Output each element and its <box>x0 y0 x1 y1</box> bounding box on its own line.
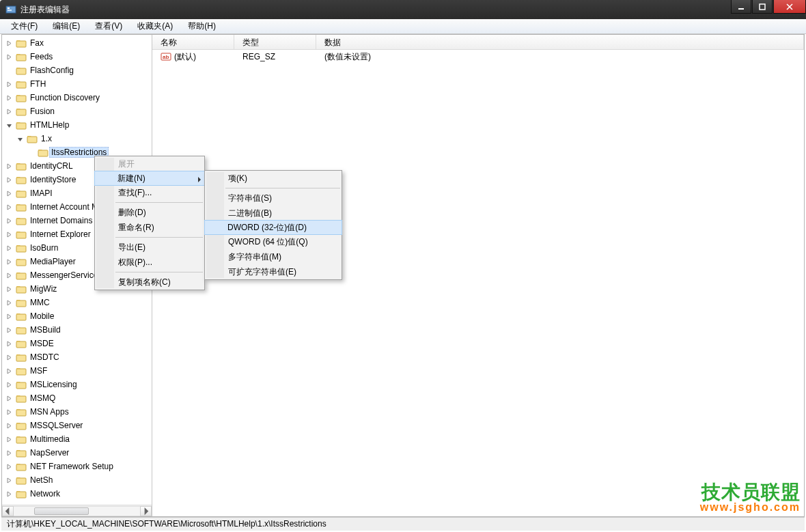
tree-item-mmc[interactable]: MMC <box>2 296 152 309</box>
expander-icon[interactable] <box>5 326 13 334</box>
context-menu-key[interactable]: 展开新建(N)查找(F)...删除(D)重命名(R)导出(E)权限(P)...复… <box>94 156 205 290</box>
tree-item-msdtc[interactable]: MSDTC <box>2 350 152 364</box>
tree-item-msmq[interactable]: MSMQ <box>2 391 152 405</box>
expander-icon[interactable] <box>5 39 13 47</box>
menu-item[interactable]: 字符串值(S) <box>205 191 342 206</box>
svg-marker-27 <box>18 138 23 141</box>
tree-item-mssqlserver[interactable]: MSSQLServer <box>2 419 152 432</box>
svg-rect-84 <box>16 396 26 402</box>
menu-item[interactable]: 删除(D) <box>95 205 204 220</box>
scroll-thumb[interactable] <box>34 507 89 515</box>
context-menu-new[interactable]: 项(K)字符串值(S)二进制值(B)DWORD (32-位)值(D)QWORD … <box>204 170 342 280</box>
tree-item-fth[interactable]: FTH <box>2 77 152 91</box>
expander-icon[interactable] <box>5 203 13 211</box>
menu-item[interactable]: 新建(N) <box>94 171 205 186</box>
close-button[interactable] <box>773 0 806 14</box>
menu-item[interactable]: 权限(P)... <box>95 255 204 270</box>
svg-marker-24 <box>7 124 12 128</box>
tree-item-mobile[interactable]: Mobile <box>2 309 152 323</box>
menu-item[interactable]: 查找(F)... <box>95 185 204 200</box>
tree-item-function-discovery[interactable]: Function Discovery <box>2 91 152 104</box>
expander-icon[interactable] <box>5 298 13 307</box>
folder-icon <box>16 325 27 335</box>
horizontal-scrollbar[interactable] <box>2 505 152 516</box>
menu-item[interactable]: 重命名(R) <box>95 220 204 235</box>
expander-icon[interactable] <box>5 107 13 115</box>
tree-item-1-x[interactable]: 1.x <box>2 132 152 145</box>
tree-item-label: Fax <box>29 38 44 48</box>
expander-icon[interactable] <box>5 394 13 402</box>
svg-rect-51 <box>16 246 26 252</box>
expander-icon[interactable] <box>5 285 13 293</box>
expander-icon[interactable] <box>5 462 13 471</box>
expander-icon[interactable] <box>5 271 13 279</box>
menu-item[interactable]: 二进制值(B) <box>205 206 342 221</box>
menu-edit[interactable]: 编辑(E) <box>46 19 87 33</box>
expander-icon[interactable] <box>5 353 13 361</box>
window-controls <box>730 0 806 19</box>
svg-marker-15 <box>8 82 11 87</box>
expander-icon[interactable] <box>5 435 13 443</box>
scroll-right-arrow[interactable] <box>140 506 152 516</box>
menu-view[interactable]: 查看(V) <box>88 19 129 33</box>
col-type[interactable]: 类型 <box>234 35 316 49</box>
tree-item-msn-apps[interactable]: MSN Apps <box>2 405 152 419</box>
expander-icon[interactable] <box>5 216 13 225</box>
tree-item-msf[interactable]: MSF <box>2 364 152 378</box>
list-row[interactable]: ab (默认) REG_SZ (数值未设置) <box>152 50 804 64</box>
expander-icon[interactable] <box>5 53 13 61</box>
expander-icon[interactable] <box>5 339 13 348</box>
menu-file[interactable]: 文件(F) <box>4 19 44 33</box>
expander-icon[interactable] <box>5 312 13 320</box>
expander-icon[interactable] <box>5 408 13 416</box>
menu-item[interactable]: 导出(E) <box>95 240 204 255</box>
col-data[interactable]: 数据 <box>316 35 804 49</box>
tree-item-feeds[interactable]: Feeds <box>2 50 152 64</box>
expander-icon[interactable] <box>5 94 13 102</box>
expander-icon[interactable] <box>5 244 13 252</box>
tree-item-fusion[interactable]: Fusion <box>2 104 152 118</box>
menu-item[interactable]: 多字符串值(M) <box>205 249 342 264</box>
expander-icon[interactable] <box>5 476 13 484</box>
menu-item[interactable]: QWORD (64 位)值(Q) <box>205 234 342 249</box>
folder-icon <box>16 366 27 376</box>
scroll-track[interactable] <box>14 506 140 516</box>
expander-icon[interactable] <box>5 380 13 389</box>
expander-icon[interactable] <box>5 367 13 375</box>
expander-icon[interactable] <box>5 162 13 170</box>
menu-favorites[interactable]: 收藏夹(A) <box>130 19 180 33</box>
expander-icon[interactable] <box>5 189 13 197</box>
expander-icon[interactable] <box>5 176 13 184</box>
svg-marker-56 <box>8 273 11 278</box>
tree-item-net-framework-setup[interactable]: NET Framework Setup <box>2 460 152 473</box>
minimize-button[interactable] <box>731 0 751 14</box>
menu-item[interactable]: 复制项名称(C) <box>95 275 204 290</box>
tree-item-multimedia[interactable]: Multimedia <box>2 432 152 446</box>
svg-marker-68 <box>8 328 11 333</box>
menu-help[interactable]: 帮助(H) <box>181 19 223 33</box>
tree-item-msde[interactable]: MSDE <box>2 337 152 350</box>
menu-item[interactable]: 项(K) <box>205 171 342 186</box>
expander-icon[interactable] <box>5 421 13 430</box>
menu-item[interactable]: 可扩充字符串值(E) <box>205 264 342 279</box>
expander-icon[interactable] <box>5 257 13 266</box>
tree-item-mslicensing[interactable]: MSLicensing <box>2 378 152 391</box>
tree-item-htmlhelp[interactable]: HTMLHelp <box>2 118 152 132</box>
expander-icon[interactable] <box>16 135 24 143</box>
tree-item-fax[interactable]: Fax <box>2 36 152 50</box>
expander-icon[interactable] <box>5 80 13 88</box>
col-name[interactable]: 名称 <box>152 35 234 49</box>
menu-item[interactable]: DWORD (32-位)值(D) <box>204 220 342 235</box>
expander-icon[interactable] <box>5 121 13 129</box>
tree-item-network[interactable]: Network <box>2 487 152 501</box>
scroll-left-arrow[interactable] <box>2 506 14 516</box>
expander-icon[interactable] <box>5 230 13 238</box>
expander-icon[interactable] <box>5 449 13 457</box>
folder-icon <box>16 339 27 348</box>
tree-item-msbuild[interactable]: MSBuild <box>2 323 152 337</box>
expander-icon[interactable] <box>5 490 13 498</box>
tree-item-flashconfig[interactable]: FlashConfig <box>2 64 152 77</box>
tree-item-netsh[interactable]: NetSh <box>2 473 152 487</box>
tree-item-napserver[interactable]: NapServer <box>2 446 152 460</box>
maximize-button[interactable] <box>752 0 773 14</box>
